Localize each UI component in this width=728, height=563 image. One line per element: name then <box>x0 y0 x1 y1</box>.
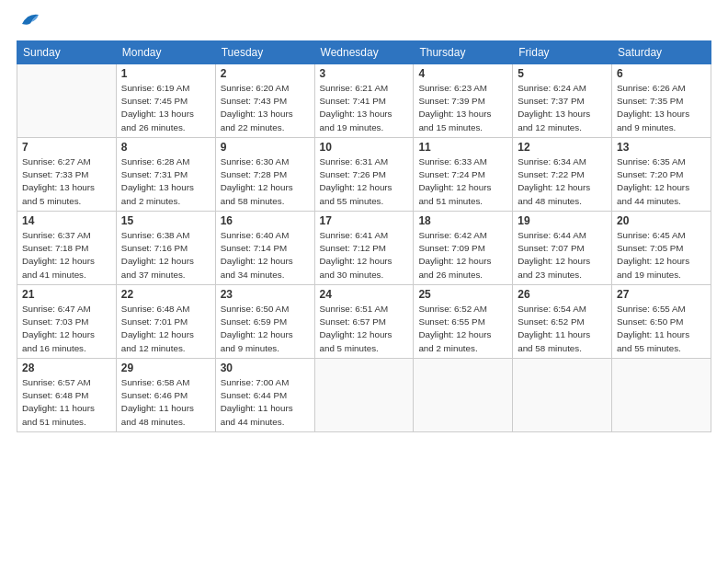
day-info: Sunrise: 6:38 AM Sunset: 7:16 PM Dayligh… <box>121 229 210 282</box>
table-row: 2Sunrise: 6:20 AM Sunset: 7:43 PM Daylig… <box>215 64 314 138</box>
day-number: 28 <box>22 362 111 374</box>
day-number: 1 <box>121 67 210 80</box>
day-number: 30 <box>221 362 310 374</box>
day-number: 29 <box>121 362 210 374</box>
table-row: 1Sunrise: 6:19 AM Sunset: 7:45 PM Daylig… <box>116 64 215 138</box>
day-info: Sunrise: 6:40 AM Sunset: 7:14 PM Dayligh… <box>221 229 310 282</box>
day-number: 22 <box>121 288 210 301</box>
table-row: 5Sunrise: 6:24 AM Sunset: 7:37 PM Daylig… <box>513 64 612 138</box>
day-info: Sunrise: 6:37 AM Sunset: 7:18 PM Dayligh… <box>22 229 111 282</box>
day-info: Sunrise: 6:35 AM Sunset: 7:20 PM Dayligh… <box>617 155 706 208</box>
col-monday: Monday <box>116 41 215 64</box>
table-row <box>17 64 117 138</box>
day-number: 12 <box>518 141 607 154</box>
day-info: Sunrise: 6:31 AM Sunset: 7:26 PM Dayligh… <box>320 155 409 208</box>
day-info: Sunrise: 6:45 AM Sunset: 7:05 PM Dayligh… <box>617 229 706 282</box>
table-row <box>414 359 513 432</box>
day-number: 14 <box>22 214 111 227</box>
day-info: Sunrise: 6:19 AM Sunset: 7:45 PM Dayligh… <box>121 82 210 134</box>
col-thursday: Thursday <box>414 41 513 64</box>
calendar-week-row: 7Sunrise: 6:27 AM Sunset: 7:33 PM Daylig… <box>17 138 711 212</box>
day-number: 17 <box>320 214 409 227</box>
day-info: Sunrise: 6:51 AM Sunset: 6:57 PM Dayligh… <box>320 303 409 355</box>
day-number: 9 <box>221 141 310 154</box>
table-row: 21Sunrise: 6:47 AM Sunset: 7:03 PM Dayli… <box>17 285 117 359</box>
day-number: 8 <box>121 141 210 154</box>
calendar-week-row: 21Sunrise: 6:47 AM Sunset: 7:03 PM Dayli… <box>17 285 711 359</box>
day-number: 10 <box>320 141 409 154</box>
table-row: 22Sunrise: 6:48 AM Sunset: 7:01 PM Dayli… <box>116 285 215 359</box>
day-info: Sunrise: 6:55 AM Sunset: 6:50 PM Dayligh… <box>617 303 706 355</box>
logo <box>17 17 40 33</box>
day-info: Sunrise: 6:20 AM Sunset: 7:43 PM Dayligh… <box>221 82 310 134</box>
day-info: Sunrise: 6:21 AM Sunset: 7:41 PM Dayligh… <box>320 82 409 134</box>
table-row: 4Sunrise: 6:23 AM Sunset: 7:39 PM Daylig… <box>414 64 513 138</box>
day-info: Sunrise: 6:47 AM Sunset: 7:03 PM Dayligh… <box>22 303 111 355</box>
day-info: Sunrise: 6:52 AM Sunset: 6:55 PM Dayligh… <box>418 303 507 355</box>
table-row: 24Sunrise: 6:51 AM Sunset: 6:57 PM Dayli… <box>314 285 414 359</box>
table-row: 7Sunrise: 6:27 AM Sunset: 7:33 PM Daylig… <box>17 138 117 212</box>
table-row: 12Sunrise: 6:34 AM Sunset: 7:22 PM Dayli… <box>513 138 612 212</box>
calendar-week-row: 14Sunrise: 6:37 AM Sunset: 7:18 PM Dayli… <box>17 212 711 285</box>
day-info: Sunrise: 6:26 AM Sunset: 7:35 PM Dayligh… <box>617 82 706 134</box>
day-number: 21 <box>22 288 111 301</box>
table-row: 11Sunrise: 6:33 AM Sunset: 7:24 PM Dayli… <box>414 138 513 212</box>
logo-bird-icon <box>20 11 40 33</box>
table-row: 28Sunrise: 6:57 AM Sunset: 6:48 PM Dayli… <box>17 359 117 432</box>
day-info: Sunrise: 6:34 AM Sunset: 7:22 PM Dayligh… <box>518 155 607 208</box>
day-info: Sunrise: 6:50 AM Sunset: 6:59 PM Dayligh… <box>221 303 310 355</box>
calendar-week-row: 28Sunrise: 6:57 AM Sunset: 6:48 PM Dayli… <box>17 359 711 432</box>
day-number: 15 <box>121 214 210 227</box>
day-number: 11 <box>418 141 507 154</box>
day-number: 3 <box>320 67 409 80</box>
day-info: Sunrise: 6:33 AM Sunset: 7:24 PM Dayligh… <box>418 155 507 208</box>
day-number: 19 <box>518 214 607 227</box>
day-info: Sunrise: 6:23 AM Sunset: 7:39 PM Dayligh… <box>418 82 507 134</box>
col-tuesday: Tuesday <box>215 41 314 64</box>
day-number: 16 <box>221 214 310 227</box>
day-info: Sunrise: 6:30 AM Sunset: 7:28 PM Dayligh… <box>221 155 310 208</box>
table-row: 27Sunrise: 6:55 AM Sunset: 6:50 PM Dayli… <box>612 285 711 359</box>
page-header <box>17 17 711 33</box>
day-info: Sunrise: 7:00 AM Sunset: 6:44 PM Dayligh… <box>221 376 310 429</box>
table-row: 25Sunrise: 6:52 AM Sunset: 6:55 PM Dayli… <box>414 285 513 359</box>
day-number: 18 <box>418 214 507 227</box>
day-number: 13 <box>617 141 706 154</box>
day-info: Sunrise: 6:44 AM Sunset: 7:07 PM Dayligh… <box>518 229 607 282</box>
table-row: 29Sunrise: 6:58 AM Sunset: 6:46 PM Dayli… <box>116 359 215 432</box>
table-row: 8Sunrise: 6:28 AM Sunset: 7:31 PM Daylig… <box>116 138 215 212</box>
day-info: Sunrise: 6:48 AM Sunset: 7:01 PM Dayligh… <box>121 303 210 355</box>
day-info: Sunrise: 6:41 AM Sunset: 7:12 PM Dayligh… <box>320 229 409 282</box>
table-row: 13Sunrise: 6:35 AM Sunset: 7:20 PM Dayli… <box>612 138 711 212</box>
day-info: Sunrise: 6:24 AM Sunset: 7:37 PM Dayligh… <box>518 82 607 134</box>
col-sunday: Sunday <box>17 41 117 64</box>
day-number: 20 <box>617 214 706 227</box>
table-row: 19Sunrise: 6:44 AM Sunset: 7:07 PM Dayli… <box>513 212 612 285</box>
day-number: 6 <box>617 67 706 80</box>
day-info: Sunrise: 6:54 AM Sunset: 6:52 PM Dayligh… <box>518 303 607 355</box>
day-info: Sunrise: 6:27 AM Sunset: 7:33 PM Dayligh… <box>22 155 111 208</box>
table-row: 18Sunrise: 6:42 AM Sunset: 7:09 PM Dayli… <box>414 212 513 285</box>
day-info: Sunrise: 6:57 AM Sunset: 6:48 PM Dayligh… <box>22 376 111 429</box>
day-info: Sunrise: 6:28 AM Sunset: 7:31 PM Dayligh… <box>121 155 210 208</box>
table-row: 14Sunrise: 6:37 AM Sunset: 7:18 PM Dayli… <box>17 212 117 285</box>
day-number: 25 <box>418 288 507 301</box>
calendar-header-row: Sunday Monday Tuesday Wednesday Thursday… <box>17 41 711 64</box>
table-row <box>314 359 414 432</box>
day-number: 2 <box>221 67 310 80</box>
table-row <box>513 359 612 432</box>
table-row: 9Sunrise: 6:30 AM Sunset: 7:28 PM Daylig… <box>215 138 314 212</box>
table-row: 26Sunrise: 6:54 AM Sunset: 6:52 PM Dayli… <box>513 285 612 359</box>
table-row: 30Sunrise: 7:00 AM Sunset: 6:44 PM Dayli… <box>215 359 314 432</box>
col-friday: Friday <box>513 41 612 64</box>
day-number: 7 <box>22 141 111 154</box>
calendar-week-row: 1Sunrise: 6:19 AM Sunset: 7:45 PM Daylig… <box>17 64 711 138</box>
table-row: 20Sunrise: 6:45 AM Sunset: 7:05 PM Dayli… <box>612 212 711 285</box>
day-number: 23 <box>221 288 310 301</box>
col-saturday: Saturday <box>612 41 711 64</box>
table-row: 3Sunrise: 6:21 AM Sunset: 7:41 PM Daylig… <box>314 64 414 138</box>
table-row: 17Sunrise: 6:41 AM Sunset: 7:12 PM Dayli… <box>314 212 414 285</box>
day-number: 24 <box>320 288 409 301</box>
table-row: 6Sunrise: 6:26 AM Sunset: 7:35 PM Daylig… <box>612 64 711 138</box>
calendar-table: Sunday Monday Tuesday Wednesday Thursday… <box>17 40 711 432</box>
